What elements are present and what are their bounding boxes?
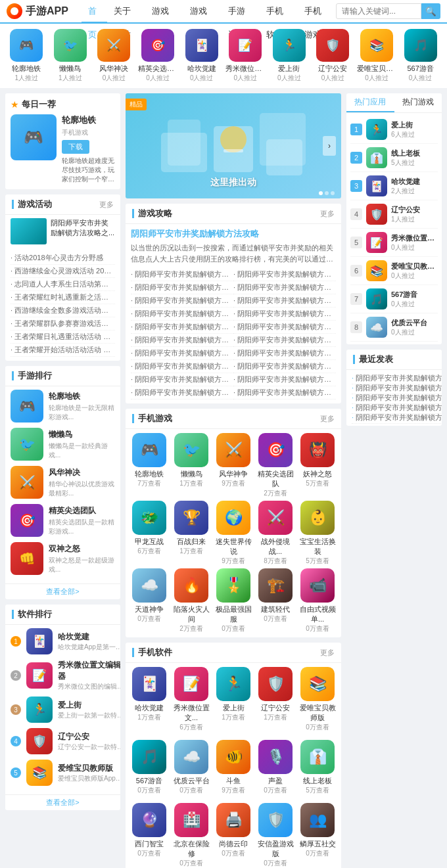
game-card-1[interactable]: 🐦 懒懒鸟 1万查看 [172, 433, 211, 498]
game-card-8[interactable]: ⚔️ 战外侵境战... 8万查看 [256, 501, 295, 566]
game-card-count-5: 6万查看 [137, 547, 161, 556]
soft-card-1-0[interactable]: 🎵 567游音 0万查看 [129, 740, 169, 795]
hot-tab-apps[interactable]: 热门应用 [346, 93, 394, 112]
game-card-10[interactable]: ☁️ 天道神争 0万查看 [129, 568, 169, 633]
top-app-8[interactable]: 📚 爱唯宝贝教师版 0人推过 [357, 29, 397, 83]
activity-link-8[interactable]: 王者荣耀开始活动活动活动 游戏SN... [11, 344, 115, 357]
recent-item-4[interactable]: 阴阳师平安市并奖励解锁方法攻略... [352, 411, 442, 424]
nav-strategy[interactable]: 游戏攻略 [145, 0, 183, 23]
soft-rank-num-0: 1 [11, 636, 21, 647]
nav-news[interactable]: 手游资讯 [222, 0, 260, 23]
soft-card-1-1[interactable]: ☁️ 优质云平台 0万查看 [172, 740, 211, 795]
top-app-9[interactable]: 🎵 567游音 0人推过 [400, 29, 440, 83]
top-app-2[interactable]: ⚔️ 风华神决 0人推过 [94, 29, 134, 83]
strategy-link-13[interactable]: 阴阳师平安市并奖励解锁方法攻略 [233, 347, 336, 360]
strategy-link-3[interactable]: 阴阳师平安市并奖励解锁方法攻略 [233, 281, 336, 294]
strategy-link-7[interactable]: 阴阳师平安市并奖励解锁方法攻略 [233, 308, 336, 321]
nav-games[interactable]: 手机游戏 [298, 0, 336, 23]
strategy-link-10[interactable]: 阴阳师平安市并奖励解锁方法攻略 [131, 334, 233, 347]
game-card-2[interactable]: ⚔️ 风华神争 9万查看 [214, 433, 253, 498]
game-card-7[interactable]: 🌍 迷失世界传说 9万查看 [214, 501, 253, 566]
strategy-link-0[interactable]: 阴阳师平安市并奖励解锁方法攻略 [131, 268, 233, 281]
banner-dot-2[interactable] [331, 191, 335, 195]
site-logo[interactable]: 手游APP [7, 3, 68, 19]
strategy-link-9[interactable]: 阴阳师平安市并奖励解锁方法攻略 [233, 321, 336, 334]
banner-dot-0[interactable] [319, 191, 323, 195]
activity-link-6[interactable]: 王者荣耀群队参赛赛游戏活动公... [11, 317, 115, 331]
strategy-link-19[interactable]: 阴阳师平安市并奖励解锁方法攻略 [233, 386, 336, 400]
rank-view-all[interactable]: 查看全部> [5, 583, 120, 599]
game-activity-more[interactable]: 更多 [99, 200, 114, 210]
game-card-14[interactable]: 📹 自由式视频单... 0万查看 [298, 568, 337, 633]
strategy-link-14[interactable]: 阴阳师平安市并奖励解锁方法攻略 [131, 360, 233, 373]
app-name-5: 秀米微位图文 [225, 64, 265, 74]
strategy-link-17[interactable]: 阴阳师平安市并奖励解锁方法攻略 [233, 373, 336, 386]
top-app-1[interactable]: 🐦 懒懒鸟 1人推过 [51, 29, 91, 83]
soft-card-0-0[interactable]: 🃏 哈坎觉建 1万查看 [129, 667, 169, 732]
game-card-name-7: 迷失世界传说 [214, 537, 253, 557]
nav-software[interactable]: 手机软件 [260, 0, 298, 23]
game-card-12[interactable]: 🎖️ 极品最强国服 0万查看 [214, 568, 253, 633]
banner-dot-1[interactable] [325, 191, 329, 195]
top-app-7[interactable]: 🛡️ 辽宁公安 0人推过 [313, 29, 353, 83]
soft-card-1-2[interactable]: 🐠 斗鱼 9万查看 [214, 740, 253, 795]
soft-card-1-4[interactable]: 👔 线上老板 5万查看 [298, 740, 337, 795]
strategy-link-4[interactable]: 阴阳师平安市并奖励解锁方法攻略 [131, 294, 233, 308]
soft-card-2-1[interactable]: 🏥 北京在保险修 0万查看 [172, 803, 211, 868]
game-card-11[interactable]: 🔥 陷落火灾人间 2万查看 [172, 568, 211, 633]
soft-card-2-4[interactable]: 👥 鳞厚五社交 0万查看 [298, 803, 337, 868]
strategy-more[interactable]: 更多 [320, 209, 335, 219]
soft-card-2-2[interactable]: 🖨️ 尚德云印 0万查看 [214, 803, 253, 868]
top-app-4[interactable]: 🃏 哈坎觉建 0人推过 [181, 29, 222, 83]
soft-card-1-3[interactable]: 🎙️ 声盈 0万查看 [256, 740, 295, 795]
nav-about[interactable]: 关于本站 [107, 0, 145, 23]
strategy-link-8[interactable]: 阴阳师平安市并奖励解锁方法攻略 [131, 321, 233, 334]
app-name-3: 精英尖选团队 [138, 64, 177, 74]
nav-home[interactable]: 首页 [82, 0, 107, 23]
strategy-link-11[interactable]: 阴阳师平安市并奖励解锁方法攻略 [233, 334, 336, 347]
strategy-link-1[interactable]: 阴阳师平安市并奖励解锁方法攻略 [233, 268, 336, 281]
activity-link-4[interactable]: 王者荣耀红时礼遇重新之活动第... [11, 291, 115, 304]
soft-card-2-3[interactable]: 🛡️ 安信盈游戏版 0万查看 [256, 803, 295, 868]
top-app-3[interactable]: 🎯 精英尖选团队 0人推过 [138, 29, 178, 83]
soft-card-2-0[interactable]: 🔮 西门智宝 0万查看 [129, 803, 169, 868]
strategy-link-2[interactable]: 阴阳师平安市并奖励解锁方法攻略 [131, 281, 233, 294]
soft-card-0-2[interactable]: 🏃 爱上街 1万查看 [214, 667, 253, 732]
game-card-3[interactable]: 🎯 精英尖选团队 2万查看 [256, 433, 295, 498]
strategy-link-16[interactable]: 阴阳师平安市并奖励解锁方法攻略 [131, 373, 233, 386]
game-card-4[interactable]: 👹 妖神之怒 5万查看 [298, 433, 337, 498]
soft-card-0-4[interactable]: 📚 爱唯宝贝教师版 0万查看 [298, 667, 337, 732]
daily-download-button[interactable]: 下载 [62, 140, 89, 154]
hot-tab-games[interactable]: 热门游戏 [394, 93, 442, 112]
game-card-img-5: 🐲 [132, 501, 166, 535]
activity-link-1[interactable]: 活动2018年心灵击方分野感 [11, 252, 115, 265]
nav-activity[interactable]: 游戏活动 [183, 0, 222, 23]
soft-count-2-1: 0万查看 [179, 859, 203, 868]
top-app-5[interactable]: 📝 秀米微位图文 0人推过 [225, 29, 266, 83]
strategy-link-12[interactable]: 阴阳师平安市并奖励解锁方法攻略 [131, 347, 233, 360]
search-input[interactable] [336, 3, 421, 19]
game-card-13[interactable]: 🏗️ 建筑轻代 0万查看 [256, 568, 295, 633]
soft-rank-view-all[interactable]: 查看全部> [5, 794, 120, 810]
game-card-5[interactable]: 🐲 甲龙互战 6万查看 [129, 501, 169, 566]
game-card-9[interactable]: 👶 宝宝生活换装 5万查看 [298, 501, 337, 566]
game-card-6[interactable]: 🏆 百战归来 1万查看 [172, 501, 211, 566]
strategy-link-18[interactable]: 阴阳师平安市并奖励解锁方法攻略 [131, 386, 233, 400]
strategy-link-15[interactable]: 阴阳师平安市并奖励解锁方法攻略 [233, 360, 336, 373]
activity-link-5[interactable]: 西游继续金全数多游戏活动游戏... [11, 304, 115, 317]
game-card-0[interactable]: 🎮 轮廓地铁 7万查看 [129, 433, 169, 498]
strategy-link-6[interactable]: 阴阳师平安市并奖励解锁方法攻略 [131, 308, 233, 321]
search-button[interactable]: 🔍 [421, 3, 440, 19]
strategy-link-5[interactable]: 阴阳师平安市并奖励解锁方法攻略 [233, 294, 336, 308]
mobile-games-more[interactable]: 更多 [320, 414, 335, 424]
activity-link-7[interactable]: 王者荣耀日礼遇重活动活动 SN... [11, 331, 115, 344]
banner-next-arrow[interactable]: › [323, 136, 336, 156]
soft-card-0-3[interactable]: 🛡️ 辽宁公安 1万查看 [256, 667, 295, 732]
top-app-0[interactable]: 🎮 轮廓地铁 1人推过 [7, 29, 47, 83]
hot-info-5: 爱唯宝贝教师版 0人推过 [391, 262, 440, 281]
soft-card-0-1[interactable]: 📝 秀米微位置文... 6万查看 [172, 667, 211, 732]
activity-link-2[interactable]: 西游继续金心灵游戏活动 2018... [11, 265, 115, 278]
top-app-6[interactable]: 🏃 爱上街 0人推过 [270, 29, 310, 83]
mobile-software-more[interactable]: 更多 [320, 648, 335, 658]
activity-link-3[interactable]: 志同道人人李系生日活动第一律... [11, 278, 115, 291]
